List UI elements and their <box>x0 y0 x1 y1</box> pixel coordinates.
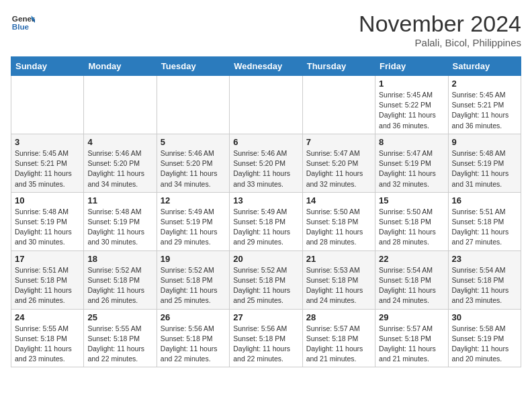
calendar-cell: 12Sunrise: 5:49 AM Sunset: 5:19 PM Dayli… <box>157 192 229 250</box>
day-info: Sunrise: 5:55 AM Sunset: 5:18 PM Dayligh… <box>87 324 152 365</box>
calendar-cell: 25Sunrise: 5:55 AM Sunset: 5:18 PM Dayli… <box>84 309 157 367</box>
day-number: 2 <box>452 79 517 89</box>
weekday-header-saturday: Saturday <box>448 57 521 76</box>
weekday-header-row: SundayMondayTuesdayWednesdayThursdayFrid… <box>11 57 521 76</box>
calendar-cell: 29Sunrise: 5:57 AM Sunset: 5:18 PM Dayli… <box>375 309 448 367</box>
calendar-cell: 21Sunrise: 5:53 AM Sunset: 5:18 PM Dayli… <box>302 250 375 309</box>
week-row-1: 1Sunrise: 5:45 AM Sunset: 5:22 PM Daylig… <box>11 76 521 134</box>
day-number: 6 <box>233 137 298 147</box>
day-info: Sunrise: 5:48 AM Sunset: 5:19 PM Dayligh… <box>452 148 517 189</box>
week-row-4: 17Sunrise: 5:51 AM Sunset: 5:18 PM Dayli… <box>11 250 521 309</box>
day-info: Sunrise: 5:58 AM Sunset: 5:19 PM Dayligh… <box>452 324 517 365</box>
calendar-cell <box>302 76 375 134</box>
day-number: 30 <box>452 312 517 322</box>
day-number: 19 <box>161 254 226 264</box>
day-info: Sunrise: 5:53 AM Sunset: 5:18 PM Dayligh… <box>306 265 371 306</box>
day-info: Sunrise: 5:57 AM Sunset: 5:18 PM Dayligh… <box>379 324 444 365</box>
day-info: Sunrise: 5:45 AM Sunset: 5:21 PM Dayligh… <box>452 90 517 131</box>
day-number: 8 <box>379 137 444 147</box>
day-number: 20 <box>233 254 298 264</box>
calendar-cell: 23Sunrise: 5:54 AM Sunset: 5:18 PM Dayli… <box>448 250 521 309</box>
day-info: Sunrise: 5:56 AM Sunset: 5:18 PM Dayligh… <box>161 324 226 365</box>
weekday-header-wednesday: Wednesday <box>230 57 302 76</box>
day-info: Sunrise: 5:54 AM Sunset: 5:18 PM Dayligh… <box>379 265 444 306</box>
calendar-cell: 5Sunrise: 5:46 AM Sunset: 5:20 PM Daylig… <box>157 134 229 192</box>
calendar-cell: 10Sunrise: 5:48 AM Sunset: 5:19 PM Dayli… <box>11 192 84 250</box>
day-number: 9 <box>452 137 517 147</box>
day-info: Sunrise: 5:52 AM Sunset: 5:18 PM Dayligh… <box>161 265 226 306</box>
calendar-cell: 17Sunrise: 5:51 AM Sunset: 5:18 PM Dayli… <box>11 250 84 309</box>
day-number: 1 <box>379 79 444 89</box>
day-number: 15 <box>379 195 444 205</box>
day-info: Sunrise: 5:47 AM Sunset: 5:19 PM Dayligh… <box>379 148 444 189</box>
day-info: Sunrise: 5:54 AM Sunset: 5:18 PM Dayligh… <box>452 265 517 306</box>
day-info: Sunrise: 5:51 AM Sunset: 5:18 PM Dayligh… <box>15 265 80 306</box>
calendar-cell: 15Sunrise: 5:50 AM Sunset: 5:18 PM Dayli… <box>375 192 448 250</box>
calendar-cell: 27Sunrise: 5:56 AM Sunset: 5:18 PM Dayli… <box>230 309 302 367</box>
month-title: November 2024 <box>359 11 521 37</box>
calendar-cell: 2Sunrise: 5:45 AM Sunset: 5:21 PM Daylig… <box>448 76 521 134</box>
calendar-cell <box>230 76 302 134</box>
day-number: 11 <box>87 195 152 205</box>
calendar-cell: 22Sunrise: 5:54 AM Sunset: 5:18 PM Dayli… <box>375 250 448 309</box>
calendar-cell: 3Sunrise: 5:45 AM Sunset: 5:21 PM Daylig… <box>11 134 84 192</box>
day-info: Sunrise: 5:57 AM Sunset: 5:18 PM Dayligh… <box>306 324 371 365</box>
calendar-cell: 16Sunrise: 5:51 AM Sunset: 5:18 PM Dayli… <box>448 192 521 250</box>
logo-icon: General Blue <box>11 11 35 35</box>
day-info: Sunrise: 5:46 AM Sunset: 5:20 PM Dayligh… <box>161 148 226 189</box>
day-number: 25 <box>87 312 152 322</box>
calendar-cell <box>11 76 84 134</box>
weekday-header-thursday: Thursday <box>302 57 375 76</box>
day-number: 26 <box>161 312 226 322</box>
day-number: 27 <box>233 312 298 322</box>
day-number: 23 <box>452 254 517 264</box>
calendar-cell: 14Sunrise: 5:50 AM Sunset: 5:18 PM Dayli… <box>302 192 375 250</box>
day-number: 22 <box>379 254 444 264</box>
location-title: Palali, Bicol, Philippines <box>359 37 521 48</box>
calendar-cell: 19Sunrise: 5:52 AM Sunset: 5:18 PM Dayli… <box>157 250 229 309</box>
calendar-cell: 20Sunrise: 5:52 AM Sunset: 5:18 PM Dayli… <box>230 250 302 309</box>
day-info: Sunrise: 5:48 AM Sunset: 5:19 PM Dayligh… <box>15 207 80 248</box>
day-info: Sunrise: 5:47 AM Sunset: 5:20 PM Dayligh… <box>306 148 371 189</box>
day-info: Sunrise: 5:52 AM Sunset: 5:18 PM Dayligh… <box>233 265 298 306</box>
calendar-cell: 26Sunrise: 5:56 AM Sunset: 5:18 PM Dayli… <box>157 309 229 367</box>
calendar-cell: 13Sunrise: 5:49 AM Sunset: 5:18 PM Dayli… <box>230 192 302 250</box>
day-info: Sunrise: 5:55 AM Sunset: 5:18 PM Dayligh… <box>15 324 80 365</box>
day-number: 13 <box>233 195 298 205</box>
day-number: 21 <box>306 254 371 264</box>
day-number: 24 <box>15 312 80 322</box>
day-info: Sunrise: 5:46 AM Sunset: 5:20 PM Dayligh… <box>87 148 152 189</box>
title-block: November 2024 Palali, Bicol, Philippines <box>359 11 521 48</box>
day-info: Sunrise: 5:51 AM Sunset: 5:18 PM Dayligh… <box>452 207 517 248</box>
day-info: Sunrise: 5:49 AM Sunset: 5:19 PM Dayligh… <box>161 207 226 248</box>
day-number: 4 <box>87 137 152 147</box>
day-number: 29 <box>379 312 444 322</box>
week-row-3: 10Sunrise: 5:48 AM Sunset: 5:19 PM Dayli… <box>11 192 521 250</box>
calendar-cell <box>157 76 229 134</box>
day-info: Sunrise: 5:45 AM Sunset: 5:21 PM Dayligh… <box>15 148 80 189</box>
calendar-cell: 28Sunrise: 5:57 AM Sunset: 5:18 PM Dayli… <box>302 309 375 367</box>
day-info: Sunrise: 5:46 AM Sunset: 5:20 PM Dayligh… <box>233 148 298 189</box>
calendar-cell <box>84 76 157 134</box>
weekday-header-monday: Monday <box>84 57 157 76</box>
day-number: 16 <box>452 195 517 205</box>
calendar-cell: 4Sunrise: 5:46 AM Sunset: 5:20 PM Daylig… <box>84 134 157 192</box>
day-number: 10 <box>15 195 80 205</box>
calendar-cell: 6Sunrise: 5:46 AM Sunset: 5:20 PM Daylig… <box>230 134 302 192</box>
calendar-cell: 8Sunrise: 5:47 AM Sunset: 5:19 PM Daylig… <box>375 134 448 192</box>
calendar-table: SundayMondayTuesdayWednesdayThursdayFrid… <box>11 56 521 367</box>
logo: General Blue <box>11 11 35 35</box>
day-number: 5 <box>161 137 226 147</box>
day-number: 28 <box>306 312 371 322</box>
calendar-cell: 7Sunrise: 5:47 AM Sunset: 5:20 PM Daylig… <box>302 134 375 192</box>
day-number: 7 <box>306 137 371 147</box>
calendar-cell: 9Sunrise: 5:48 AM Sunset: 5:19 PM Daylig… <box>448 134 521 192</box>
calendar-cell: 18Sunrise: 5:52 AM Sunset: 5:18 PM Dayli… <box>84 250 157 309</box>
day-number: 14 <box>306 195 371 205</box>
week-row-5: 24Sunrise: 5:55 AM Sunset: 5:18 PM Dayli… <box>11 309 521 367</box>
day-info: Sunrise: 5:52 AM Sunset: 5:18 PM Dayligh… <box>87 265 152 306</box>
day-number: 3 <box>15 137 80 147</box>
calendar-cell: 11Sunrise: 5:48 AM Sunset: 5:19 PM Dayli… <box>84 192 157 250</box>
calendar-cell: 30Sunrise: 5:58 AM Sunset: 5:19 PM Dayli… <box>448 309 521 367</box>
day-info: Sunrise: 5:50 AM Sunset: 5:18 PM Dayligh… <box>306 207 371 248</box>
